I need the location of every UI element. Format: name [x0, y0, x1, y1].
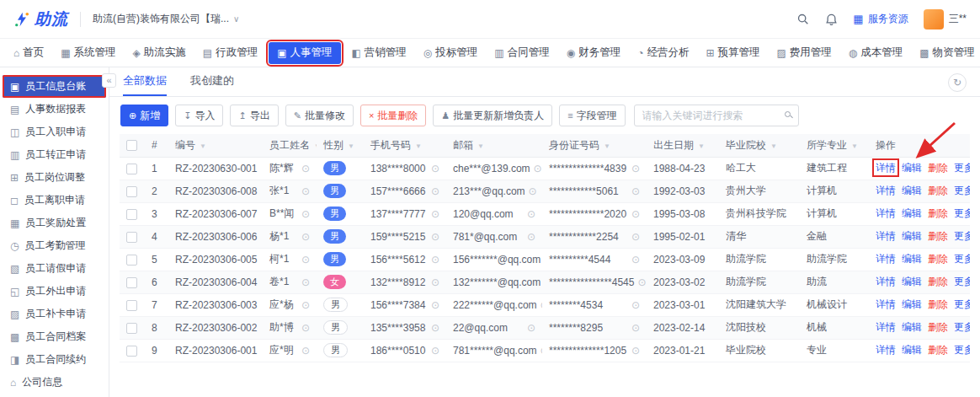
eye-icon[interactable]: ⊙ [301, 185, 310, 197]
sidebar-item-leave[interactable]: ▧员工请假申请 [3, 257, 106, 280]
eye-icon[interactable]: ⊙ [301, 208, 310, 220]
sidebar-item-contract-archive[interactable]: ▩员工合同档案 [3, 325, 106, 348]
delete-link[interactable]: 删除 [928, 207, 948, 219]
filter-icon[interactable]: ▼ [348, 142, 354, 150]
filter-icon[interactable]: ▼ [851, 142, 858, 150]
row-checkbox[interactable] [126, 277, 137, 288]
eye-icon[interactable]: ⊙ [301, 299, 310, 311]
batch-delete-button[interactable]: ×批量删除 [360, 105, 426, 126]
filter-icon[interactable]: ▼ [415, 142, 422, 150]
delete-link[interactable]: 删除 [928, 253, 948, 265]
sidebar-item-resignation[interactable]: ◻员工离职申请 [3, 189, 106, 212]
nav-item-implementation[interactable]: ◈助流实施 [125, 39, 194, 67]
edit-link[interactable]: 编辑 [902, 276, 922, 287]
eye-icon[interactable]: ⊙ [431, 231, 439, 243]
eye-icon[interactable]: ⊙ [527, 322, 535, 334]
sidebar-item-probation[interactable]: ▥员工转正申请 [3, 143, 106, 166]
eye-icon[interactable]: ⊙ [301, 254, 310, 266]
edit-link[interactable]: 编辑 [902, 298, 922, 310]
nav-item-system[interactable]: ▦系统管理 [52, 39, 124, 67]
nav-item-cost[interactable]: ◍成本管理 [840, 39, 911, 67]
eye-icon[interactable]: ⊙ [631, 299, 640, 311]
eye-icon[interactable]: ⊙ [301, 276, 310, 288]
add-button[interactable]: ⊕新增 [120, 105, 168, 126]
eye-icon[interactable]: ⊙ [301, 345, 310, 357]
delete-link[interactable]: 删除 [928, 344, 948, 356]
nav-item-analysis[interactable]: ◔经营分析 [629, 39, 697, 67]
eye-icon[interactable]: ⊙ [431, 276, 439, 288]
more-link[interactable]: 更多∨ [954, 321, 970, 333]
more-link[interactable]: 更多∨ [954, 253, 970, 265]
detail-link[interactable]: 详情 [876, 162, 896, 174]
filter-icon[interactable]: ▼ [200, 142, 206, 150]
row-checkbox[interactable] [126, 186, 137, 197]
eye-icon[interactable]: ⊙ [431, 299, 439, 311]
more-link[interactable]: 更多∨ [954, 344, 970, 356]
row-checkbox[interactable] [126, 346, 137, 357]
edit-link[interactable]: 编辑 [902, 321, 922, 333]
delete-link[interactable]: 删除 [928, 298, 948, 310]
delete-link[interactable]: 删除 [928, 185, 948, 196]
nav-item-contract[interactable]: ▥合同管理 [486, 39, 557, 67]
sidebar-item-company-info[interactable]: ⌂公司信息 [3, 371, 106, 394]
magnifier-icon[interactable] [785, 111, 791, 117]
more-link[interactable]: 更多∨ [954, 230, 970, 242]
bell-icon[interactable] [825, 13, 838, 26]
company-selector[interactable]: 助流(自营)装饰有限公司【瑞... ∨ [93, 12, 239, 26]
filter-icon[interactable]: ▼ [477, 142, 484, 150]
sidebar-item-reward[interactable]: ▦员工奖励处置 [3, 212, 106, 234]
eye-icon[interactable]: ⊙ [301, 322, 310, 334]
delete-link[interactable]: 删除 [928, 321, 948, 333]
delete-link[interactable]: 删除 [928, 162, 948, 174]
eye-icon[interactable]: ⊙ [631, 345, 640, 357]
edit-link[interactable]: 编辑 [902, 344, 922, 356]
eye-icon[interactable]: ⊙ [431, 254, 439, 266]
edit-link[interactable]: 编辑 [902, 253, 922, 265]
nav-item-hr[interactable]: ▣人事管理 [269, 42, 340, 64]
sidebar-item-employee-ledger[interactable]: ▣员工信息台账 [3, 75, 106, 98]
detail-link[interactable]: 详情 [876, 298, 896, 310]
service-resource-button[interactable]: ▦ 服务资源 [853, 12, 908, 26]
row-checkbox[interactable] [126, 255, 137, 266]
eye-icon[interactable]: ⊙ [301, 163, 310, 174]
nav-item-budget[interactable]: ⊞预算管理 [697, 39, 768, 67]
eye-icon[interactable]: ⊙ [431, 322, 439, 334]
eye-icon[interactable]: ⊙ [431, 163, 439, 174]
search-input[interactable] [634, 105, 799, 126]
row-checkbox[interactable] [126, 209, 137, 220]
detail-link[interactable]: 详情 [876, 344, 896, 356]
nav-item-home[interactable]: ⌂首页 [5, 39, 52, 67]
row-checkbox[interactable] [126, 323, 137, 334]
detail-link[interactable]: 详情 [876, 230, 896, 242]
field-manage-button[interactable]: ≡字段管理 [559, 105, 625, 126]
sidebar-item-onboarding[interactable]: ◫员工入职申请 [3, 121, 106, 143]
row-checkbox[interactable] [126, 232, 137, 243]
nav-item-admin[interactable]: ▤行政管理 [194, 39, 266, 67]
nav-item-expense[interactable]: ▨费用管理 [768, 39, 839, 67]
detail-link[interactable]: 详情 [876, 207, 896, 219]
eye-icon[interactable]: ⊙ [631, 163, 640, 174]
import-button[interactable]: ↧导入 [175, 105, 223, 126]
tab-all-data[interactable]: 全部数据 [123, 67, 167, 96]
sidebar-item-attendance[interactable]: ◷员工考勤管理 [3, 234, 106, 257]
filter-icon[interactable]: ▼ [314, 142, 317, 150]
nav-item-marketing[interactable]: ◧营销管理 [344, 39, 415, 67]
edit-link[interactable]: 编辑 [902, 230, 922, 242]
row-checkbox[interactable] [126, 164, 137, 174]
eye-icon[interactable]: ⊙ [631, 254, 640, 266]
eye-icon[interactable]: ⊙ [534, 163, 542, 174]
nav-item-bidding[interactable]: ◎投标管理 [415, 39, 486, 67]
batch-edit-button[interactable]: ✎批量修改 [285, 105, 354, 126]
select-all-checkbox[interactable] [126, 140, 137, 151]
sidebar-item-position-change[interactable]: ⊞员工岗位调整 [3, 166, 106, 189]
eye-icon[interactable]: ⊙ [637, 276, 646, 288]
detail-link[interactable]: 详情 [876, 276, 896, 287]
delete-link[interactable]: 删除 [928, 230, 948, 242]
eye-icon[interactable]: ⊙ [529, 185, 537, 197]
more-link[interactable]: 更多∨ [954, 185, 970, 196]
filter-icon[interactable]: ▼ [770, 142, 777, 150]
nav-item-finance[interactable]: ◉财务管理 [558, 39, 629, 67]
detail-link[interactable]: 详情 [876, 185, 896, 196]
eye-icon[interactable]: ⊙ [631, 185, 640, 197]
detail-link[interactable]: 详情 [876, 253, 896, 265]
